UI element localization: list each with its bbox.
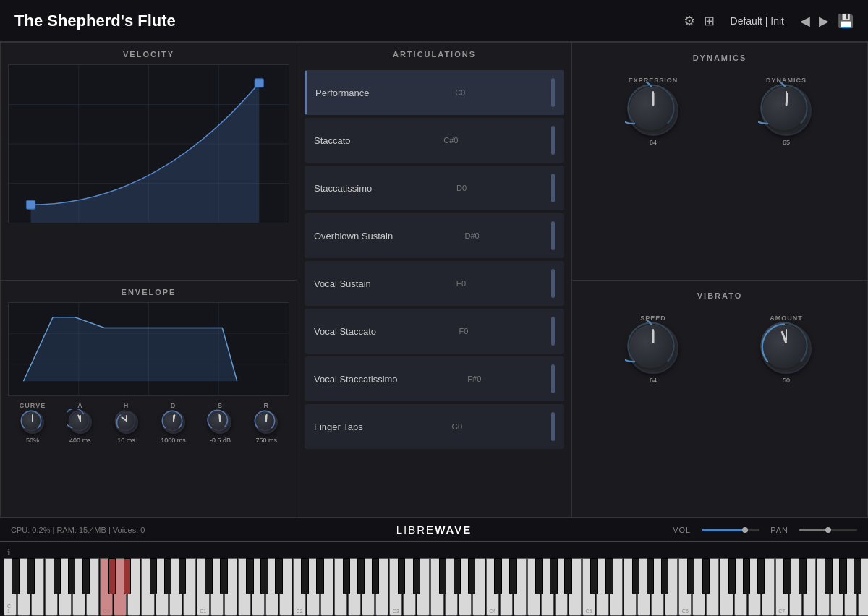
svg-rect-7 bbox=[255, 79, 263, 87]
articulation-item[interactable]: Staccato C#0 bbox=[305, 118, 564, 163]
articulation-key: D0 bbox=[456, 184, 467, 192]
amount-knob[interactable] bbox=[761, 323, 812, 374]
vibrato-title: VIBRATO bbox=[587, 291, 853, 300]
scroll-indicator bbox=[551, 126, 555, 155]
grid-icon[interactable]: ⊞ bbox=[704, 13, 715, 29]
status-stats: CPU: 0.2% | RAM: 15.4MB | Voices: 0 bbox=[11, 526, 293, 534]
black-key[interactable] bbox=[468, 558, 475, 594]
black-key[interactable] bbox=[494, 558, 501, 594]
velocity-section: VELOCITY bbox=[1, 43, 297, 281]
black-key[interactable] bbox=[854, 558, 861, 594]
black-key[interactable] bbox=[82, 558, 90, 594]
release-knob-group: R 750 ms bbox=[255, 402, 278, 444]
black-key[interactable] bbox=[54, 558, 61, 594]
articulation-item[interactable]: Performance C0 bbox=[305, 70, 564, 115]
vibrato-knobs: SPEED 64 AMOUNT bbox=[587, 315, 853, 384]
black-key[interactable] bbox=[728, 558, 736, 594]
articulation-list: Performance C0 Staccato C#0 Staccatissim… bbox=[305, 70, 564, 449]
black-key[interactable] bbox=[27, 558, 34, 594]
black-key[interactable] bbox=[12, 558, 19, 594]
black-key[interactable] bbox=[301, 558, 308, 594]
black-key[interactable] bbox=[220, 558, 227, 594]
expression-knob[interactable] bbox=[628, 85, 678, 136]
black-key[interactable] bbox=[205, 558, 212, 594]
black-key[interactable] bbox=[550, 558, 557, 594]
decay-knob[interactable] bbox=[162, 411, 185, 434]
articulation-name: Staccato bbox=[314, 135, 351, 146]
piano-info[interactable]: ℹ bbox=[7, 547, 11, 557]
black-key[interactable] bbox=[509, 558, 516, 594]
articulation-name: Vocal Staccatissimo bbox=[314, 374, 398, 385]
black-key[interactable] bbox=[605, 558, 613, 594]
black-key[interactable] bbox=[632, 558, 639, 594]
decay-knob-group: D 1000 ms bbox=[161, 402, 186, 444]
articulation-item[interactable]: Vocal Sustain E0 bbox=[305, 261, 564, 306]
dynamics-knob[interactable] bbox=[761, 85, 812, 136]
black-key[interactable] bbox=[275, 558, 282, 594]
articulation-item[interactable]: Vocal Staccatissimo F#0 bbox=[305, 356, 564, 401]
black-key[interactable] bbox=[590, 558, 597, 594]
envelope-graph bbox=[8, 302, 289, 396]
dynamics-title: DYNAMICS bbox=[587, 54, 853, 62]
articulation-item[interactable]: Finger Taps G0 bbox=[305, 404, 564, 449]
velocity-graph bbox=[8, 64, 289, 223]
black-key[interactable] bbox=[564, 558, 571, 594]
black-key[interactable] bbox=[454, 558, 461, 594]
release-label: R bbox=[263, 402, 269, 409]
black-key[interactable] bbox=[398, 558, 405, 594]
black-key[interactable] bbox=[246, 558, 253, 594]
save-icon[interactable]: 💾 bbox=[838, 13, 854, 29]
black-key[interactable] bbox=[150, 558, 157, 594]
black-key[interactable] bbox=[783, 558, 791, 594]
black-key[interactable] bbox=[439, 558, 446, 594]
articulation-item[interactable]: Staccatissimo D0 bbox=[305, 166, 564, 210]
black-key[interactable] bbox=[179, 558, 186, 594]
envelope-section: ENVELOPE CURVE bbox=[1, 281, 297, 518]
articulation-item[interactable]: Overblown Sustain D#0 bbox=[305, 213, 564, 258]
black-key[interactable] bbox=[647, 558, 654, 594]
black-key[interactable] bbox=[124, 558, 131, 594]
attack-knob[interactable] bbox=[69, 411, 92, 434]
scroll-indicator bbox=[551, 269, 555, 298]
black-key[interactable] bbox=[661, 558, 668, 594]
black-key[interactable] bbox=[757, 558, 765, 594]
black-key[interactable] bbox=[413, 558, 420, 594]
black-key[interactable] bbox=[743, 558, 750, 594]
black-key[interactable] bbox=[343, 558, 350, 594]
black-key[interactable] bbox=[260, 558, 268, 594]
black-key[interactable] bbox=[372, 558, 379, 594]
articulation-item[interactable]: Vocal Staccato F0 bbox=[305, 309, 564, 354]
settings-icon[interactable]: ⚙ bbox=[684, 13, 695, 29]
articulation-key: C0 bbox=[455, 88, 465, 97]
black-key[interactable] bbox=[687, 558, 694, 594]
speed-knob[interactable] bbox=[628, 323, 678, 374]
left-panel: VELOCITY bbox=[1, 43, 297, 517]
sustain-knob[interactable] bbox=[208, 411, 231, 434]
vibrato-section: VIBRATO SPEED 64 bbox=[572, 281, 867, 518]
release-knob[interactable] bbox=[255, 411, 278, 434]
next-preset-arrow[interactable]: ▶ bbox=[819, 13, 829, 29]
scroll-indicator bbox=[551, 78, 555, 107]
articulation-name: Overblown Sustain bbox=[314, 231, 393, 241]
vol-slider-thumb bbox=[742, 527, 748, 533]
articulation-key: D#0 bbox=[464, 231, 479, 240]
prev-preset-arrow[interactable]: ◀ bbox=[800, 13, 810, 29]
black-key[interactable] bbox=[164, 558, 171, 594]
preset-name: Default | Init bbox=[731, 15, 784, 27]
black-key[interactable] bbox=[357, 558, 365, 594]
black-key[interactable] bbox=[535, 558, 542, 594]
curve-knob[interactable] bbox=[21, 411, 44, 434]
pan-label: PAN bbox=[770, 526, 788, 534]
black-key[interactable] bbox=[839, 558, 846, 594]
black-key[interactable] bbox=[799, 558, 806, 594]
hold-knob[interactable] bbox=[115, 411, 138, 434]
pan-slider[interactable] bbox=[799, 529, 857, 531]
black-key[interactable] bbox=[109, 558, 116, 594]
black-key[interactable] bbox=[702, 558, 710, 594]
black-key[interactable] bbox=[825, 558, 832, 594]
dynamics-knobs: EXPRESSION 64 DYNAMICS bbox=[587, 77, 853, 146]
vol-slider[interactable] bbox=[702, 529, 760, 531]
black-key[interactable] bbox=[68, 558, 75, 594]
black-key[interactable] bbox=[316, 558, 323, 594]
articulation-name: Vocal Sustain bbox=[314, 278, 371, 289]
